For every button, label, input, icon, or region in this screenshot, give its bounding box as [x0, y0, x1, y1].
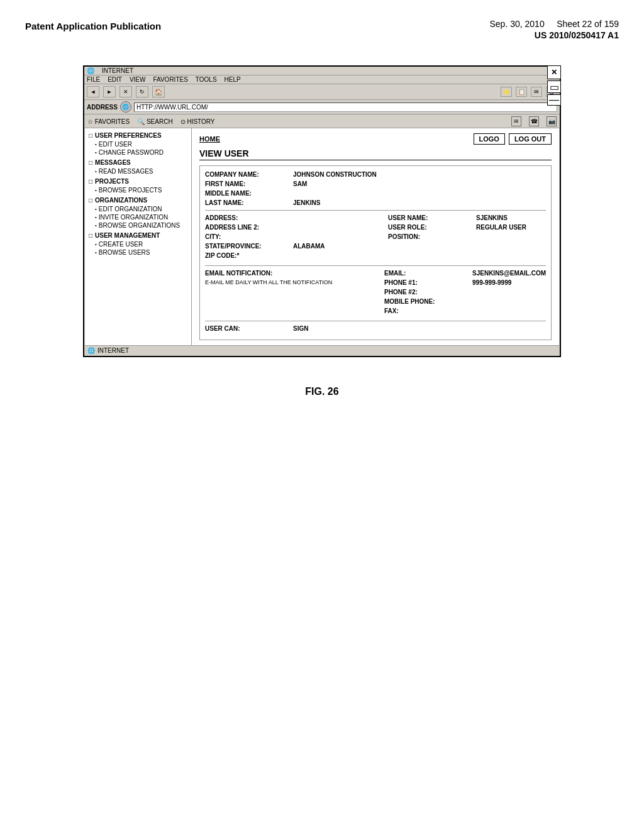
nav-icon-phone[interactable]: ☎ [529, 116, 539, 126]
value-user-name: SJENKINS [476, 214, 508, 221]
row-phone2: PHONE #2: [384, 289, 546, 296]
address-input[interactable] [134, 102, 557, 112]
browser-menubar: 🌐 INTERNET [84, 67, 560, 75]
internet-icon: 🌐 [120, 101, 131, 113]
label-phone1: PHONE #1: [384, 279, 472, 286]
section-icon-projects: □ [89, 178, 92, 185]
file-menu-bar: FILE EDIT VIEW FAVORITES TOOLS HELP [84, 75, 560, 84]
figure-label: FIG. 26 [0, 386, 644, 397]
row-user-name: USER NAME: SJENKINS [388, 214, 546, 221]
logout-button[interactable]: LOG OUT [509, 133, 552, 145]
label-email: EMAIL: [384, 270, 472, 277]
back-button[interactable]: ◄ [87, 86, 99, 97]
refresh-button[interactable]: ↻ [136, 86, 148, 97]
sidebar-item-read-messages[interactable]: • READ MESSAGES [85, 167, 191, 175]
section-label-messages: MESSAGES [95, 159, 131, 166]
app-body: □ USER PREFERENCES • EDIT USER • CHANGE … [85, 128, 559, 345]
header-left: Patent Application Publication [25, 19, 161, 34]
section-icon-messages: □ [89, 159, 92, 166]
bullet-invite-organization: • [95, 214, 97, 220]
value-last-name: JENKINS [293, 199, 320, 206]
search-nav[interactable]: 🔍 SEARCH [137, 118, 172, 125]
label-change-password: CHANGE PASSWORD [99, 149, 164, 156]
mail-icon[interactable]: ✉ [531, 87, 542, 97]
pub-date: Sep. 30, 2010 [489, 19, 544, 29]
label-address-line2: ADDRESS LINE 2: [205, 224, 293, 231]
row-user-can: USER CAN: SIGN [205, 325, 546, 332]
sidebar-item-edit-user[interactable]: • EDIT USER [85, 140, 191, 148]
address-bar: ADDRESS 🌐 [84, 100, 560, 114]
row-last-name: LAST NAME: JENKINS [205, 199, 546, 206]
sidebar-section-organizations: □ ORGANIZATIONS • EDIT ORGANIZATION • IN… [85, 196, 191, 230]
menu-label-internet: INTERNET [102, 67, 133, 74]
sidebar-section-user-management: □ USER MANAGEMENT • CREATE USER • BROWSE… [85, 231, 191, 257]
row-email: EMAIL: SJENKINS@EMAIL.COM [384, 270, 546, 277]
sidebar-item-browse-users[interactable]: • BROWSE USERS [85, 248, 191, 257]
menu-view[interactable]: VIEW [130, 76, 146, 83]
menu-file[interactable]: FILE [87, 76, 100, 83]
value-user-role: REGULAR USER [476, 224, 526, 231]
section-icon-preferences: □ [89, 132, 92, 139]
publication-title: Patent Application Publication [25, 19, 161, 34]
sidebar-item-invite-organization[interactable]: • INVITE ORGANIZATION [85, 213, 191, 221]
app-container: ☆ FAVORITES 🔍 SEARCH ⊙ HISTORY ✉ ☎ 📷 □ U… [84, 114, 560, 356]
history-nav[interactable]: ⊙ HISTORY [180, 118, 215, 125]
nav-icon-mail[interactable]: ✉ [511, 116, 521, 126]
label-zip: ZIP CODE:* [205, 252, 293, 259]
label-browse-organizations: BROWSE ORGANIZATIONS [99, 222, 180, 229]
close-icon[interactable]: ✕ [547, 65, 561, 79]
home-link[interactable]: HOME [199, 135, 220, 143]
divider-2 [205, 265, 546, 266]
sheet-number: Sheet 22 of 159 [557, 19, 619, 29]
row-phone1: PHONE #1: 999-999-9999 [384, 279, 546, 286]
app-nav-bar: ☆ FAVORITES 🔍 SEARCH ⊙ HISTORY ✉ ☎ 📷 [85, 115, 559, 128]
sidebar-item-create-user[interactable]: • CREATE USER [85, 240, 191, 248]
label-email-daily: E-MAIL ME DAILY WITH ALL THE NOTIFICATIO… [205, 279, 332, 285]
bullet-create-user: • [95, 241, 97, 247]
label-browse-users: BROWSE USERS [99, 249, 150, 256]
favorites-nav[interactable]: ☆ FAVORITES [87, 118, 130, 125]
favorites-icon[interactable]: ⭐ [501, 87, 512, 97]
sidebar-item-edit-organization[interactable]: • EDIT ORGANIZATION [85, 205, 191, 213]
label-address: ADDRESS: [205, 214, 293, 221]
menu-edit[interactable]: EDIT [108, 76, 122, 83]
row-first-name: FIRST NAME: SAM [205, 180, 546, 187]
user-data: COMPANY NAME: JOHNSON CONSTRUCTION FIRST… [199, 165, 552, 340]
browser-toolbar: ◄ ► ✕ ↻ 🏠 ⭐ 📋 ✉ 🖨 [84, 84, 560, 100]
maximize-icon[interactable]: ▭ [547, 80, 561, 93]
sidebar: □ USER PREFERENCES • EDIT USER • CHANGE … [85, 128, 192, 345]
label-browse-projects: BROWSE PROJECTS [99, 187, 162, 194]
bullet-read-messages: • [95, 169, 97, 174]
row-fax: FAX: [384, 307, 546, 314]
divider-1 [205, 210, 546, 211]
row-state: STATE/PROVINCE: ALABAMA [205, 243, 363, 250]
section-header-projects: □ PROJECTS [85, 177, 191, 186]
label-city: CITY: [205, 233, 293, 240]
menu-favorites[interactable]: FAVORITES [153, 76, 187, 83]
value-email: SJENKINS@EMAIL.COM [472, 270, 546, 277]
label-company-name: COMPANY NAME: [205, 171, 293, 178]
section-header-user-management: □ USER MANAGEMENT [85, 231, 191, 240]
menu-internet-icon: 🌐 [87, 67, 94, 74]
label-middle-name: MIDDLE NAME: [205, 190, 293, 197]
value-company-name: JOHNSON CONSTRUCTION [293, 171, 377, 178]
sidebar-item-browse-organizations[interactable]: • BROWSE ORGANIZATIONS [85, 221, 191, 230]
sidebar-item-browse-projects[interactable]: • BROWSE PROJECTS [85, 186, 191, 194]
row-email-notification: EMAIL NOTIFICATION: [205, 270, 359, 277]
row-mobile-phone: MOBILE PHONE: [384, 298, 546, 305]
minimize-icon[interactable]: — [547, 94, 561, 106]
menu-tools[interactable]: TOOLS [196, 76, 217, 83]
forward-button[interactable]: ► [103, 86, 116, 97]
row-position: POSITION: [388, 233, 546, 240]
main-area: HOME LOGO LOG OUT VIEW USER COMPANY NAME… [192, 128, 559, 345]
page-header: Patent Application Publication Sep. 30, … [0, 0, 644, 47]
sidebar-item-change-password[interactable]: • CHANGE PASSWORD [85, 148, 191, 157]
menu-help[interactable]: HELP [225, 76, 241, 83]
history-icon[interactable]: 📋 [516, 87, 527, 97]
label-position: POSITION: [388, 233, 476, 240]
sidebar-section-messages: □ MESSAGES • READ MESSAGES [85, 158, 191, 175]
section-icon-organizations: □ [89, 197, 92, 204]
nav-icon-camera[interactable]: 📷 [547, 116, 557, 126]
home-button[interactable]: 🏠 [152, 86, 165, 97]
stop-button[interactable]: ✕ [119, 86, 132, 97]
